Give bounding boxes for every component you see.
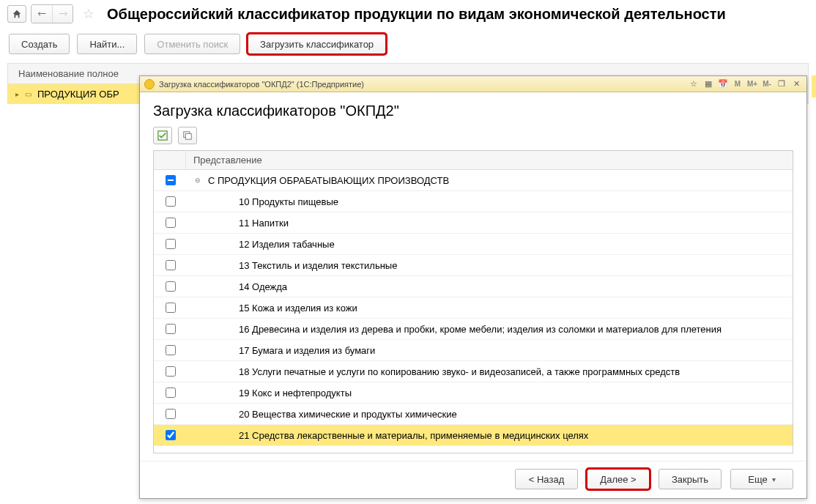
load-classifier-button[interactable]: Загрузить классификатор bbox=[248, 34, 386, 54]
load-classifier-dialog: Загрузка классификаторов "ОКПД2" (1С:Пре… bbox=[139, 75, 807, 499]
tree-row-label: 12 Изделия табачные bbox=[239, 239, 335, 250]
m-minus-button[interactable]: M- bbox=[761, 78, 773, 90]
find-button[interactable]: Найти... bbox=[77, 34, 137, 54]
list-row-stripe bbox=[812, 75, 816, 97]
row-checkbox[interactable] bbox=[166, 430, 176, 440]
restore-icon[interactable]: ❐ bbox=[776, 78, 787, 90]
back-button-dialog[interactable]: < Назад bbox=[515, 469, 578, 489]
row-checkbox[interactable] bbox=[166, 409, 176, 419]
tree-row[interactable]: 15 Кожа и изделия из кожи bbox=[154, 297, 793, 319]
m-plus-button[interactable]: M+ bbox=[746, 78, 758, 90]
expander-icon[interactable]: ⊖ bbox=[193, 176, 202, 185]
calculator-icon[interactable]: ▦ bbox=[702, 78, 714, 90]
expand-icon[interactable]: ▸ bbox=[15, 90, 19, 98]
tree-row[interactable]: 18 Услуги печатные и услуги по копирован… bbox=[154, 361, 793, 382]
tree-row-label: 21 Средства лекарственные и материалы, п… bbox=[239, 430, 588, 441]
tree-row[interactable]: 19 Кокс и нефтепродукты bbox=[154, 382, 793, 404]
calendar-icon[interactable]: 📅 bbox=[717, 78, 729, 90]
tree-row[interactable]: 21 Средства лекарственные и материалы, п… bbox=[154, 425, 793, 446]
uncheck-all-button[interactable] bbox=[178, 127, 197, 144]
m-button[interactable]: M bbox=[732, 78, 743, 90]
check-all-button[interactable] bbox=[153, 127, 172, 144]
tree-row[interactable]: 12 Изделия табачные bbox=[154, 234, 793, 255]
row-checkbox[interactable] bbox=[166, 345, 176, 355]
dialog-icon-toolbar bbox=[153, 127, 793, 144]
dialog-window-title: Загрузка классификаторов "ОКПД2" (1С:Пре… bbox=[159, 80, 364, 89]
tree-row-label: 10 Продукты пищевые bbox=[239, 196, 338, 207]
row-checkbox[interactable] bbox=[166, 303, 176, 313]
tree-row-label: 15 Кожа и изделия из кожи bbox=[239, 303, 357, 314]
dialog-footer: < Назад Далее > Закрыть Еще ▾ bbox=[140, 461, 806, 498]
favorite-icon[interactable]: ☆ bbox=[688, 78, 700, 90]
tree-row[interactable]: 20 Вещества химические и продукты химиче… bbox=[154, 404, 793, 425]
row-checkbox[interactable] bbox=[166, 260, 176, 270]
favorite-star-icon[interactable]: ☆ bbox=[81, 6, 97, 22]
page-title: Общероссийский классификатор продукции п… bbox=[107, 6, 726, 23]
row-checkbox[interactable] bbox=[166, 239, 176, 249]
forward-button[interactable]: 🡒 bbox=[52, 5, 73, 23]
tree-row[interactable]: 17 Бумага и изделия из бумаги bbox=[154, 340, 793, 361]
row-checkbox[interactable] bbox=[166, 366, 176, 377]
dialog-titlebar[interactable]: Загрузка классификаторов "ОКПД2" (1С:Пре… bbox=[140, 76, 806, 92]
tree-row-label: 20 Вещества химические и продукты химиче… bbox=[239, 409, 457, 420]
row-checkbox[interactable] bbox=[166, 175, 176, 185]
tree-row-label: 16 Древесина и изделия из дерева и пробк… bbox=[239, 324, 722, 335]
dialog-heading: Загрузка классификаторов "ОКПД2" bbox=[153, 103, 793, 119]
checkbox-column-header bbox=[154, 151, 186, 169]
next-button[interactable]: Далее > bbox=[587, 469, 650, 489]
top-nav: 🡐 🡒 ☆ Общероссийский классификатор проду… bbox=[0, 0, 816, 28]
collapse-icon[interactable]: ▭ bbox=[25, 90, 31, 98]
tree-header: Представление bbox=[154, 151, 793, 170]
tree-row-label: 17 Бумага и изделия из бумаги bbox=[239, 345, 375, 356]
row-checkbox[interactable] bbox=[166, 196, 176, 207]
classifier-tree: Представление ⊖С ПРОДУКЦИЯ ОБРАБАТЫВАЮЩИ… bbox=[153, 150, 793, 453]
list-row-label: ПРОДУКЦИЯ ОБР bbox=[37, 89, 119, 100]
tree-row-label: 11 Напитки bbox=[239, 218, 289, 229]
row-checkbox[interactable] bbox=[166, 324, 176, 334]
tree-row[interactable]: ⊖С ПРОДУКЦИЯ ОБРАБАТЫВАЮЩИХ ПРОИЗВОДСТВ bbox=[154, 170, 793, 191]
cancel-search-button: Отменить поиск bbox=[144, 34, 240, 54]
chevron-down-icon: ▾ bbox=[772, 475, 776, 483]
tree-row[interactable]: 13 Текстиль и изделия текстильные bbox=[154, 255, 793, 276]
nav-history: 🡐 🡒 bbox=[31, 4, 73, 23]
home-button[interactable] bbox=[7, 5, 26, 23]
svg-rect-2 bbox=[185, 133, 191, 139]
more-button[interactable]: Еще ▾ bbox=[730, 469, 793, 489]
app-icon bbox=[144, 79, 155, 89]
tree-body[interactable]: ⊖С ПРОДУКЦИЯ ОБРАБАТЫВАЮЩИХ ПРОИЗВОДСТВ1… bbox=[154, 170, 793, 453]
tree-row-label: 19 Кокс и нефтепродукты bbox=[239, 388, 352, 399]
row-checkbox[interactable] bbox=[166, 281, 176, 292]
tree-row-label: С ПРОДУКЦИЯ ОБРАБАТЫВАЮЩИХ ПРОИЗВОДСТВ bbox=[208, 175, 449, 186]
close-icon[interactable]: ✕ bbox=[790, 78, 802, 90]
tree-row[interactable]: 10 Продукты пищевые bbox=[154, 191, 793, 212]
row-checkbox[interactable] bbox=[166, 388, 176, 398]
dialog-body: Загрузка классификаторов "ОКПД2" Предста… bbox=[140, 92, 806, 461]
tree-row[interactable]: 11 Напитки bbox=[154, 212, 793, 234]
tree-row[interactable]: 16 Древесина и изделия из дерева и пробк… bbox=[154, 319, 793, 340]
tree-row-label: 14 Одежда bbox=[239, 281, 287, 292]
tree-row[interactable]: 14 Одежда bbox=[154, 276, 793, 297]
row-checkbox[interactable] bbox=[166, 218, 176, 228]
tree-row-label: 18 Услуги печатные и услуги по копирован… bbox=[239, 366, 680, 377]
label-column-header[interactable]: Представление bbox=[186, 155, 793, 166]
close-button[interactable]: Закрыть bbox=[659, 469, 722, 489]
tree-row-label: 13 Текстиль и изделия текстильные bbox=[239, 260, 397, 271]
more-button-label: Еще bbox=[748, 474, 767, 485]
create-button[interactable]: Создать bbox=[9, 34, 70, 54]
back-button[interactable]: 🡐 bbox=[31, 5, 52, 23]
main-toolbar: Создать Найти... Отменить поиск Загрузит… bbox=[0, 28, 816, 60]
